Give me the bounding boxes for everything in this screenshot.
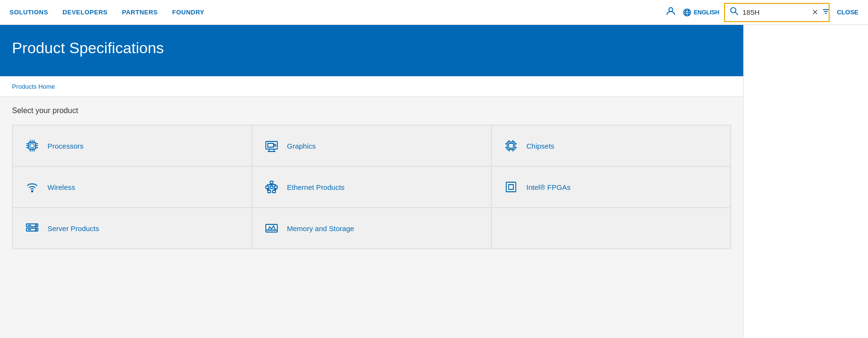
- product-label-graphics: Graphics: [287, 142, 316, 150]
- close-button[interactable]: CLOSE: [837, 9, 858, 16]
- content-wrapper: Select your product: [0, 97, 743, 259]
- search-box: ✕: [724, 3, 830, 22]
- nav-partners[interactable]: PARTNERS: [122, 9, 158, 16]
- processor-icon: [24, 138, 41, 153]
- ethernet-icon: [263, 179, 280, 195]
- svg-point-30: [274, 144, 276, 146]
- product-label-wireless: Wireless: [48, 183, 75, 191]
- svg-point-6: [731, 8, 736, 13]
- product-cell-server[interactable]: Server Products: [12, 208, 252, 249]
- svg-point-0: [669, 8, 673, 12]
- breadcrumb-home[interactable]: Products Home: [12, 83, 55, 90]
- svg-rect-24: [30, 144, 34, 148]
- page-title: Product Specifications: [12, 39, 731, 57]
- search-input[interactable]: [742, 8, 809, 16]
- banner: Product Specifications: [0, 25, 743, 76]
- header-nav: SOLUTIONS DEVELOPERS PARTNERS FOUNDRY: [10, 9, 666, 16]
- header-right: ENGLISH: [666, 6, 719, 18]
- svg-point-63: [36, 225, 36, 226]
- product-label-processors: Processors: [48, 142, 83, 150]
- svg-line-7: [736, 12, 738, 15]
- svg-rect-47: [273, 190, 275, 193]
- breadcrumb-bar: Products Home: [0, 76, 743, 97]
- graphics-icon: [263, 138, 280, 153]
- product-label-memory: Memory and Storage: [287, 224, 354, 233]
- svg-rect-43: [266, 186, 269, 188]
- chipset-icon: [502, 138, 520, 153]
- svg-rect-60: [509, 185, 513, 189]
- page-layout: Product Specifications Products Home Sel…: [0, 25, 868, 338]
- nav-foundry[interactable]: FOUNDRY: [172, 9, 204, 16]
- server-icon: [24, 221, 41, 236]
- svg-rect-42: [270, 181, 273, 184]
- product-cell-memory[interactable]: Memory and Storage: [252, 208, 491, 249]
- page-right: [743, 25, 868, 338]
- product-cell-chipsets[interactable]: Chipsets: [491, 125, 731, 166]
- search-filter-icon[interactable]: [822, 8, 830, 17]
- product-cell-wireless[interactable]: Wireless: [12, 166, 252, 208]
- svg-rect-32: [509, 143, 513, 148]
- product-label-ethernet: Ethernet Products: [287, 183, 345, 191]
- fpga-icon: [502, 179, 520, 195]
- wireless-icon: [24, 179, 41, 195]
- page-left: Product Specifications Products Home Sel…: [0, 25, 743, 338]
- product-cell-processors[interactable]: Processors: [12, 125, 252, 166]
- nav-developers[interactable]: DEVELOPERS: [62, 9, 107, 16]
- main-area: Products Home Select your product: [0, 76, 743, 259]
- product-cell-fpgas[interactable]: Intel® FPGAs: [491, 166, 731, 208]
- svg-rect-44: [270, 186, 273, 188]
- nav-solutions[interactable]: SOLUTIONS: [10, 9, 48, 16]
- product-cell-graphics[interactable]: Graphics: [252, 125, 491, 166]
- svg-rect-46: [268, 190, 271, 193]
- svg-point-64: [36, 229, 36, 230]
- header: SOLUTIONS DEVELOPERS PARTNERS FOUNDRY EN…: [0, 0, 868, 25]
- search-clear-button[interactable]: ✕: [812, 8, 818, 17]
- user-icon[interactable]: [666, 6, 676, 18]
- svg-rect-29: [268, 143, 273, 147]
- memory-icon: [263, 221, 280, 236]
- svg-rect-67: [266, 224, 277, 232]
- select-label: Select your product: [12, 106, 731, 115]
- product-label-chipsets: Chipsets: [526, 142, 554, 150]
- svg-rect-45: [274, 186, 277, 188]
- product-grid: Processors: [12, 125, 731, 249]
- language-label: ENGLISH: [694, 9, 719, 16]
- product-cell-ethernet[interactable]: Ethernet Products: [252, 166, 491, 208]
- product-cell-empty: [491, 208, 731, 249]
- language-selector[interactable]: ENGLISH: [683, 8, 719, 17]
- svg-rect-59: [506, 182, 516, 192]
- search-icon: [730, 7, 738, 18]
- product-label-server: Server Products: [48, 224, 99, 233]
- product-label-fpgas: Intel® FPGAs: [526, 183, 571, 191]
- svg-point-41: [32, 191, 33, 192]
